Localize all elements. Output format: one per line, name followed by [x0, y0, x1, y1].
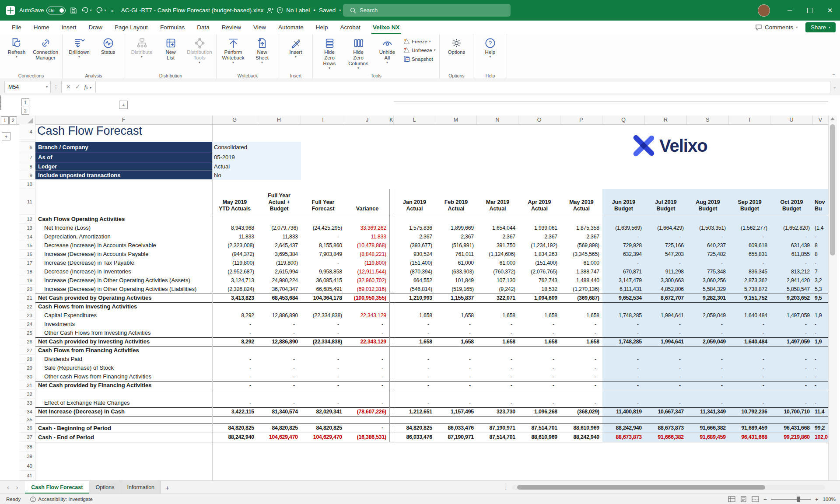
cell-L24[interactable]: - — [394, 320, 435, 329]
cell-N29[interactable]: - — [477, 364, 518, 372]
cancel-entry-icon[interactable]: ✕ — [66, 84, 71, 90]
cell-O36[interactable]: 87,514,701 — [518, 424, 560, 433]
insert-function-icon[interactable]: fx ▾ — [84, 84, 91, 91]
row-label-12[interactable]: Cash Flows Operating Activities — [35, 215, 212, 224]
column-title-H[interactable]: Full YearActual +Budget — [257, 189, 301, 215]
cell-T36[interactable]: 91,689,459 — [729, 424, 770, 433]
cell-J23[interactable]: 22,343,129 — [345, 311, 389, 320]
cell-U18[interactable]: 813,212 — [770, 267, 813, 276]
cell-P23[interactable]: 1,658 — [560, 311, 602, 320]
menu-tab-acrobat[interactable]: Acrobat — [335, 21, 367, 34]
column-header-O[interactable]: O — [518, 116, 560, 124]
cell-L18[interactable]: (870,394) — [394, 267, 435, 276]
tab-scroll-splitter[interactable]: ⋮ — [503, 484, 509, 491]
row-header-26[interactable]: 26 — [19, 337, 35, 346]
cell-J16[interactable]: (8,848,221) — [345, 250, 389, 259]
cell-L20[interactable]: (546,814) — [394, 285, 435, 294]
dropdown-icon[interactable]: ▾ — [490, 56, 491, 58]
cell-V21[interactable]: 9,5 — [813, 294, 828, 302]
ribbon-button-refresh[interactable]: Refresh▾ — [3, 36, 31, 58]
row-label-15[interactable]: Decrease (Increase) in Accounts Receivab… — [35, 241, 212, 250]
cell-S14[interactable]: - — [687, 232, 729, 241]
dropdown-icon[interactable]: ▾ — [386, 61, 388, 64]
cell-M24[interactable]: - — [435, 320, 477, 329]
cell-J26[interactable]: 22,343,129 — [345, 337, 389, 346]
cell-L23[interactable]: 1,658 — [394, 311, 435, 320]
row-label-37[interactable]: Cash - End of Period — [35, 433, 212, 442]
cell-P31[interactable]: - — [560, 381, 602, 390]
cell-T37[interactable]: 96,431,668 — [729, 433, 770, 442]
ribbon-button-new-sheet[interactable]: New Sheet▾ — [248, 36, 276, 64]
column-header-G[interactable]: G — [212, 116, 257, 124]
cell-I28[interactable]: - — [301, 355, 345, 364]
cell-S37[interactable]: 91,689,459 — [687, 433, 729, 442]
normal-view-icon[interactable] — [728, 496, 735, 502]
cell-R26[interactable]: 1,994,641 — [645, 337, 687, 346]
cell-S30[interactable]: - — [687, 372, 729, 381]
column-header-J[interactable]: J — [345, 116, 389, 124]
cell-H25[interactable]: - — [257, 329, 301, 337]
cell-V26[interactable]: 1,9 — [813, 337, 828, 346]
dropdown-icon[interactable]: ▾ — [429, 40, 431, 43]
cell-P15[interactable]: (569,898) — [560, 241, 602, 250]
cell-S13[interactable]: (1,503,351) — [687, 224, 729, 232]
cell-I25[interactable]: - — [301, 329, 345, 337]
cell-V25[interactable]: - — [813, 329, 828, 337]
cell-M26[interactable]: 1,658 — [435, 337, 477, 346]
ribbon-button-drilldown[interactable]: Drilldown▾ — [65, 36, 93, 58]
cell-L14[interactable]: 2,367 — [394, 232, 435, 241]
cell-G30[interactable]: - — [212, 372, 257, 381]
cell-O17[interactable]: (151,400) — [518, 259, 560, 267]
cell-H30[interactable]: - — [257, 372, 301, 381]
cell-N25[interactable]: - — [477, 329, 518, 337]
menu-tab-review[interactable]: Review — [216, 21, 247, 34]
dropdown-icon[interactable]: ▾ — [434, 49, 436, 52]
cell-N21[interactable]: 322,071 — [477, 294, 518, 302]
cell-O29[interactable]: - — [518, 364, 560, 372]
cell-N20[interactable]: (9,242) — [477, 285, 518, 294]
cell-O21[interactable]: 1,094,609 — [518, 294, 560, 302]
cell-T16[interactable]: 655,831 — [729, 250, 770, 259]
cell-M17[interactable]: 61,000 — [435, 259, 477, 267]
cell-G15[interactable]: (2,323,008) — [212, 241, 257, 250]
cell-Q34[interactable]: 11,400,819 — [602, 407, 645, 416]
cell-I13[interactable]: (24,425,295) — [301, 224, 345, 232]
cell-M14[interactable]: 2,367 — [435, 232, 477, 241]
cell-O37[interactable]: 88,610,969 — [518, 433, 560, 442]
cell-S34[interactable]: 11,341,349 — [687, 407, 729, 416]
column-title-P[interactable]: May 2019Actual — [560, 189, 602, 215]
cell-G34[interactable]: 3,422,115 — [212, 407, 257, 416]
cell-O19[interactable]: 762,743 — [518, 276, 560, 285]
row-header-34[interactable]: 34 — [19, 407, 35, 416]
cell-T18[interactable]: 836,345 — [729, 267, 770, 276]
cell-U14[interactable]: - — [770, 232, 813, 241]
cell-V28[interactable]: - — [813, 355, 828, 364]
row-header-17[interactable]: 17 — [19, 259, 35, 267]
cell-I18[interactable]: 9,958,858 — [301, 267, 345, 276]
cell-N34[interactable]: 323,730 — [477, 407, 518, 416]
cell-R16[interactable]: 547,203 — [645, 250, 687, 259]
sheet-nav-back-icon[interactable]: ‹ — [7, 484, 9, 491]
cell-Q37[interactable]: 88,673,873 — [602, 433, 645, 442]
cell-I30[interactable]: - — [301, 372, 345, 381]
cell-S17[interactable]: - — [687, 259, 729, 267]
column-title-J[interactable]: Variance — [345, 189, 389, 215]
row-label-34[interactable]: Net Increase (Decrease) in Cash — [35, 407, 212, 416]
cell-R21[interactable]: 8,672,707 — [645, 294, 687, 302]
cell-J36[interactable]: - — [345, 424, 389, 433]
cell-H24[interactable]: - — [257, 320, 301, 329]
zoom-slider[interactable] — [771, 499, 811, 500]
row-label-19[interactable]: Increase (Decrease) in Other Operating A… — [35, 276, 212, 285]
row-label-30[interactable]: Other cash Flows from Financing Activiti… — [35, 372, 212, 381]
cell-J33[interactable]: - — [345, 399, 389, 407]
dropdown-icon[interactable]: ▾ — [261, 61, 263, 64]
cell-I23[interactable]: (22,334,838) — [301, 311, 345, 320]
excel-app-icon[interactable] — [6, 6, 15, 15]
cell-M28[interactable]: - — [435, 355, 477, 364]
cell-O20[interactable]: 18,532 — [518, 285, 560, 294]
cell-N28[interactable]: - — [477, 355, 518, 364]
cell-S15[interactable]: 640,237 — [687, 241, 729, 250]
cell-T19[interactable]: 2,873,362 — [729, 276, 770, 285]
new-sheet-button[interactable]: + — [165, 484, 169, 491]
cell-T25[interactable]: - — [729, 329, 770, 337]
